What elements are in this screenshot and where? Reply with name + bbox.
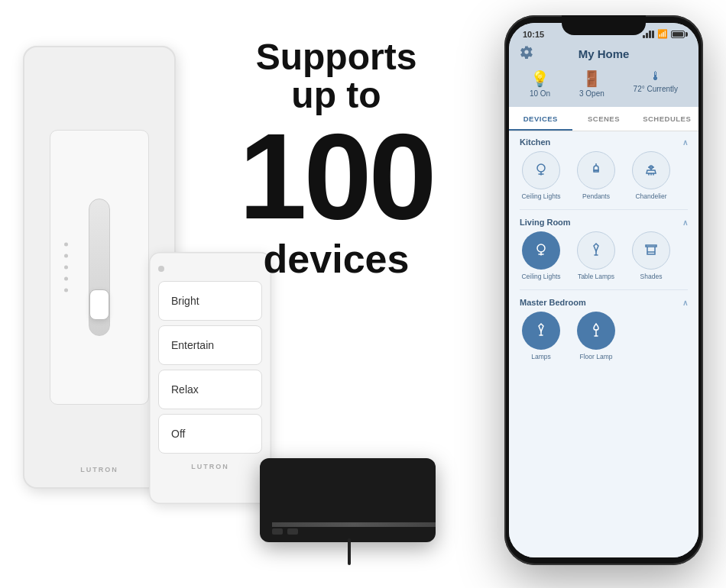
battery-fill — [673, 32, 683, 37]
dimmer-slider[interactable] — [89, 199, 110, 336]
lights-label: 10 On — [530, 89, 550, 98]
wifi-icon: 📶 — [657, 29, 668, 39]
remote-logo: LUTRON — [191, 463, 229, 470]
led-dot-2 — [64, 254, 68, 258]
divider-2 — [520, 289, 688, 290]
living-ceiling-label: Ceiling Lights — [521, 273, 560, 280]
living-header: Living Room ∧ — [509, 212, 698, 231]
phone-frame: 10:15 📶 — [504, 15, 703, 565]
entertain-button[interactable]: Entertain — [158, 325, 262, 365]
summary-lights[interactable]: 💡 10 On — [530, 69, 550, 98]
nav-tabs: DEVICES SCENES SCHEDULES — [509, 107, 698, 131]
bright-button[interactable]: Bright — [158, 281, 262, 321]
pendants-icon — [577, 151, 615, 189]
tab-scenes[interactable]: SCENES — [572, 107, 636, 131]
kitchen-ceiling-lights[interactable]: Ceiling Lights — [517, 151, 566, 200]
signal-bar-4 — [652, 31, 654, 38]
living-devices: Ceiling Lights Table Lamps — [509, 231, 698, 288]
living-ceiling-lights[interactable]: Ceiling Lights — [517, 231, 566, 280]
hub-cable — [348, 538, 351, 565]
phone-screen: 10:15 📶 — [509, 23, 698, 557]
led-dot-1 — [64, 243, 68, 247]
led-dot-4 — [64, 277, 68, 281]
shades-label: Shades — [640, 273, 663, 280]
led-dot-3 — [64, 266, 68, 270]
supports-line1: Supports — [206, 38, 466, 76]
master-lamps-label: Lamps — [531, 353, 551, 360]
hub-port-2 — [287, 528, 298, 535]
wall-plate-inner — [50, 130, 149, 405]
relax-button[interactable]: Relax — [158, 370, 262, 409]
living-shades[interactable]: Shades — [627, 231, 676, 280]
room-kitchen: Kitchen ∧ Ceiling Lights — [509, 131, 698, 208]
kitchen-chandelier[interactable]: Chandelier — [627, 151, 676, 200]
shades-icon — [632, 231, 670, 270]
living-chevron[interactable]: ∧ — [682, 218, 688, 227]
master-devices: Lamps Floor Lamp — [509, 312, 698, 368]
master-lamps-icon — [522, 312, 560, 350]
app-header: My Home — [509, 42, 698, 69]
battery-icon — [671, 31, 685, 38]
summary-doors[interactable]: 🚪 3 Open — [579, 69, 604, 98]
summary-temp[interactable]: 🌡 72° Currently — [634, 69, 678, 98]
device-list: Kitchen ∧ Ceiling Lights — [509, 131, 698, 557]
off-button[interactable]: Off — [158, 414, 262, 454]
lights-icon: 💡 — [530, 69, 549, 88]
app-title: My Home — [579, 47, 630, 60]
status-icons: 📶 — [643, 29, 685, 39]
kitchen-header: Kitchen ∧ — [509, 131, 698, 151]
dimmer-handle[interactable] — [89, 289, 109, 320]
temp-icon: 🌡 — [650, 69, 662, 83]
led-dot-5 — [64, 289, 68, 292]
living-ceiling-icon — [522, 231, 560, 270]
temp-label: 72° Currently — [634, 85, 678, 93]
signal-bars — [643, 31, 654, 38]
plate-logo: LUTRON — [80, 466, 118, 473]
doors-label: 3 Open — [579, 89, 604, 98]
signal-bar-1 — [643, 35, 645, 38]
doors-icon: 🚪 — [582, 69, 601, 88]
svg-point-0 — [537, 164, 545, 172]
master-header: Master Bedroom ∧ — [509, 292, 698, 312]
tab-schedules[interactable]: SCHEDULES — [635, 107, 698, 131]
living-table-lamps[interactable]: Table Lamps — [572, 231, 621, 280]
master-label: Master Bedroom — [520, 298, 586, 307]
master-lamps[interactable]: Lamps — [517, 312, 566, 360]
summary-row: 💡 10 On 🚪 3 Open 🌡 72° Currently — [509, 69, 698, 107]
remote-control: Bright Entertain Relax Off LUTRON — [149, 252, 271, 504]
ceiling-lights-label: Ceiling Lights — [521, 192, 560, 200]
chandelier-icon — [632, 151, 670, 189]
chandelier-label: Chandelier — [635, 192, 666, 200]
floor-lamp-icon — [577, 312, 615, 350]
headline-number: 100 — [206, 115, 466, 237]
kitchen-chevron[interactable]: ∧ — [682, 138, 688, 147]
room-living: Living Room ∧ Ceiling Lights — [509, 212, 698, 288]
floor-lamp-label: Floor Lamp — [580, 353, 613, 360]
signal-bar-3 — [649, 31, 651, 38]
svg-point-2 — [537, 244, 545, 252]
tab-devices[interactable]: DEVICES — [509, 107, 572, 131]
led-dots — [64, 243, 68, 292]
settings-icon[interactable] — [520, 45, 533, 62]
room-master: Master Bedroom ∧ Lamps — [509, 292, 698, 368]
divider-1 — [520, 209, 688, 210]
kitchen-pendants[interactable]: Pendants — [572, 151, 621, 200]
main-scene: LUTRON Bright Entertain Relax Off LUTRON… — [0, 0, 726, 588]
remote-indicator — [158, 266, 164, 272]
status-time: 10:15 — [523, 30, 544, 39]
signal-bar-2 — [646, 33, 648, 38]
table-lamps-icon — [577, 231, 615, 270]
table-lamps-label: Table Lamps — [578, 273, 614, 280]
smart-hub — [260, 458, 436, 542]
hub-ports — [272, 528, 298, 535]
kitchen-devices: Ceiling Lights Pendants — [509, 151, 698, 208]
marketing-text: Supports up to 100 devices — [206, 38, 466, 281]
master-floor-lamp[interactable]: Floor Lamp — [572, 312, 621, 360]
ceiling-lights-icon — [522, 151, 560, 189]
svg-rect-3 — [646, 245, 656, 247]
hub-light-strip — [272, 522, 436, 527]
master-chevron[interactable]: ∧ — [682, 299, 688, 307]
kitchen-label: Kitchen — [520, 137, 550, 147]
pendants-label: Pendants — [582, 192, 610, 200]
hub-port-1 — [272, 528, 283, 535]
